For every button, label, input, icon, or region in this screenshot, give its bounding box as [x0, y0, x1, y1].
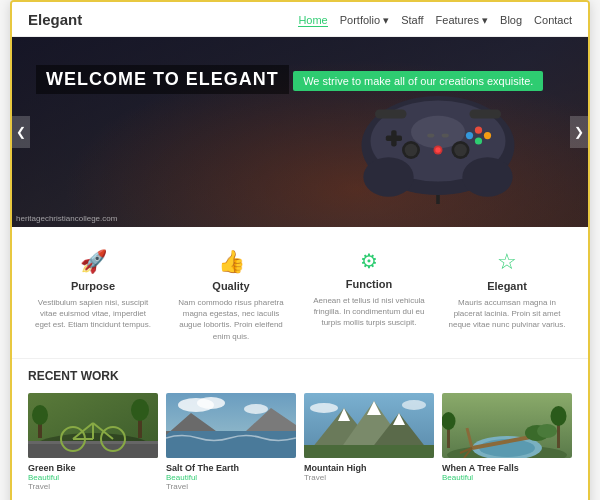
- svg-point-9: [475, 137, 482, 144]
- work-tag-2: Beautiful: [166, 473, 296, 482]
- work-item-2[interactable]: Salt Of The Earth Beautiful Travel: [166, 393, 296, 491]
- feature-elegant: ☆ Elegant Mauris accumsan magna in place…: [442, 249, 572, 342]
- nav-staff[interactable]: Staff: [401, 14, 423, 26]
- svg-point-12: [435, 147, 440, 152]
- nav-blog[interactable]: Blog: [500, 14, 522, 26]
- nav-links: Home Portfolio ▾ Staff Features ▾ Blog C…: [298, 10, 572, 28]
- svg-point-41: [197, 397, 225, 409]
- work-name-1: Green Bike: [28, 463, 158, 473]
- work-item-4[interactable]: When A Tree Falls Beautiful: [442, 393, 572, 491]
- svg-point-62: [537, 424, 557, 438]
- purpose-icon: 🚀: [34, 249, 152, 275]
- svg-point-16: [454, 144, 467, 157]
- svg-point-2: [363, 157, 413, 197]
- work-name-2: Salt Of The Earth: [166, 463, 296, 473]
- work-thumb-4: [442, 393, 572, 458]
- elegant-title: Elegant: [448, 280, 566, 292]
- nav-features[interactable]: Features ▾: [436, 14, 488, 26]
- purpose-title: Purpose: [34, 280, 152, 292]
- feature-function: ⚙ Function Aenean et tellus id nisi vehi…: [304, 249, 434, 342]
- svg-point-51: [310, 403, 338, 413]
- feature-purpose: 🚀 Purpose Vestibulum sapien nisi, suscip…: [28, 249, 158, 342]
- watermark: heritagechristiancollege.com: [16, 214, 117, 223]
- svg-rect-19: [375, 110, 407, 119]
- feature-quality: 👍 Quality Nam commodo risus pharetra mag…: [166, 249, 296, 342]
- purpose-desc: Vestibulum sapien nisi, suscipit vitae e…: [34, 297, 152, 331]
- brand-logo: Elegant: [28, 11, 82, 28]
- work-item-1[interactable]: Green Bike Beautiful Travel: [28, 393, 158, 491]
- svg-point-10: [466, 132, 473, 139]
- work-tag-1: Beautiful: [28, 473, 158, 482]
- svg-rect-25: [28, 441, 158, 444]
- work-tag2-1: Travel: [28, 482, 158, 491]
- svg-rect-6: [386, 136, 402, 141]
- svg-point-14: [405, 144, 418, 157]
- work-tag2-2: Travel: [166, 482, 296, 491]
- svg-rect-17: [427, 134, 434, 138]
- hero-subtitle: We strive to make all of our creations e…: [293, 71, 543, 91]
- work-thumb-1: [28, 393, 158, 458]
- elegant-desc: Mauris accumsan magna in placerat lacini…: [448, 297, 566, 331]
- work-thumb-3: [304, 393, 434, 458]
- function-icon: ⚙: [310, 249, 428, 273]
- svg-rect-18: [442, 134, 449, 138]
- svg-rect-50: [304, 445, 434, 458]
- svg-point-35: [131, 399, 149, 421]
- hero-arrow-left[interactable]: ❮: [12, 116, 30, 148]
- nav-portfolio[interactable]: Portfolio ▾: [340, 14, 389, 26]
- svg-point-3: [462, 157, 512, 197]
- nav-contact[interactable]: Contact: [534, 14, 572, 26]
- svg-point-42: [244, 404, 268, 414]
- work-tag-4: Beautiful: [442, 473, 572, 482]
- hero-arrow-right[interactable]: ❯: [570, 116, 588, 148]
- work-item-3[interactable]: Mountain High Travel: [304, 393, 434, 491]
- browser-frame: Elegant Home Portfolio ▾ Staff Features …: [10, 0, 590, 500]
- svg-point-64: [442, 412, 456, 430]
- hero-title: WELCOME TO ELEGANT: [36, 65, 289, 94]
- quality-title: Quality: [172, 280, 290, 292]
- hero-text-block: WELCOME TO ELEGANT We strive to make all…: [36, 65, 543, 102]
- hero-section: ❮ WELCOME TO ELEGANT We strive to make a…: [12, 37, 588, 227]
- function-desc: Aenean et tellus id nisi vehicula fringi…: [310, 295, 428, 329]
- work-name-4: When A Tree Falls: [442, 463, 572, 473]
- elegant-icon: ☆: [448, 249, 566, 275]
- features-section: 🚀 Purpose Vestibulum sapien nisi, suscip…: [12, 227, 588, 358]
- svg-point-66: [551, 406, 567, 426]
- work-tag2-3: Travel: [304, 473, 434, 482]
- svg-point-7: [475, 127, 482, 134]
- quality-desc: Nam commodo risus pharetra magna egestas…: [172, 297, 290, 342]
- svg-point-8: [484, 132, 491, 139]
- quality-icon: 👍: [172, 249, 290, 275]
- recent-work-title: RECENT WORK: [28, 369, 572, 383]
- function-title: Function: [310, 278, 428, 290]
- work-thumb-2: [166, 393, 296, 458]
- nav-home[interactable]: Home: [298, 14, 327, 27]
- svg-rect-20: [470, 110, 502, 119]
- work-grid: Green Bike Beautiful Travel: [28, 393, 572, 491]
- navbar: Elegant Home Portfolio ▾ Staff Features …: [12, 2, 588, 37]
- recent-work-section: RECENT WORK: [12, 358, 588, 500]
- svg-point-33: [32, 405, 48, 425]
- work-name-3: Mountain High: [304, 463, 434, 473]
- svg-point-52: [402, 400, 426, 410]
